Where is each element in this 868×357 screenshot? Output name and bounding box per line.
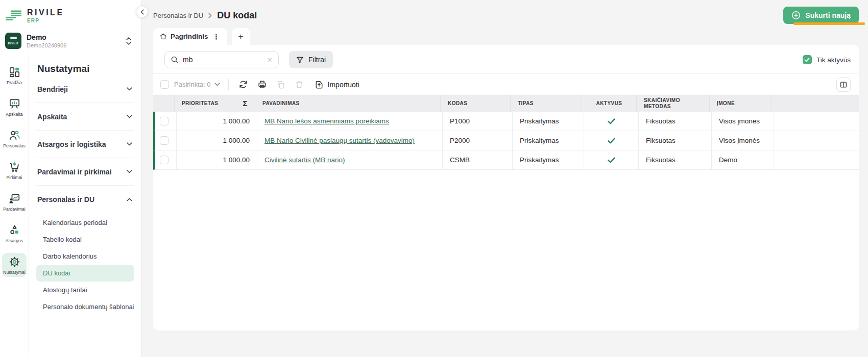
funnel-icon (296, 56, 304, 64)
tab-pagrindinis[interactable]: Pagrindinis ⋮ (153, 28, 227, 45)
create-new-button[interactable]: Sukurti naują (783, 7, 859, 24)
active-only-toggle[interactable]: Tik aktyvūs (803, 55, 851, 64)
table-row[interactable]: 1 000.00 MB Nario Civilinė paslaugų suta… (153, 131, 859, 150)
header-imone[interactable]: ĮMONĖ (710, 95, 772, 112)
selected-dropdown-icon[interactable] (214, 83, 220, 86)
cell-kodas: P1000 (443, 112, 513, 131)
cell-empty (774, 150, 859, 169)
cell-prioritetas: 1 000.00 (177, 150, 257, 169)
select-all-checkbox[interactable] (160, 80, 169, 89)
row-link[interactable]: Civilinė sutartis (MB nario) (264, 156, 345, 164)
cell-kodas: P2000 (443, 131, 513, 150)
main-content: Personalas ir DU DU kodai Sukurti naują … (142, 0, 868, 357)
submenu-item-personalo-dokumentu-sablonai[interactable]: Personalo dokumentų šablonai (36, 298, 134, 315)
header-tipas[interactable]: TIPAS (511, 95, 582, 112)
cell-empty (774, 131, 859, 150)
add-tab-button[interactable]: + (232, 28, 250, 45)
rail-item-pardavimai[interactable]: Pardavimai (2, 190, 27, 214)
data-table: PRIORITETAS Σ PAVADINIMAS KODAS TIPAS AK… (153, 95, 859, 170)
company-avatar: RIVILE (5, 33, 21, 49)
menu-group-apskaita[interactable]: Apskaita (36, 103, 134, 131)
row-link[interactable]: MB Nario Civilinė paslaugų sutartis (vad… (264, 137, 415, 144)
clear-search-icon[interactable]: ✕ (267, 56, 273, 64)
list-controls: ✕ Filtrai Tik aktyvūs (153, 45, 859, 73)
import-button[interactable]: Importuoti (315, 80, 359, 89)
filter-button[interactable]: Filtrai (289, 51, 333, 68)
checkbox-checked-icon[interactable] (803, 55, 812, 64)
cell-aktyvus (584, 112, 639, 131)
tab-label: Pagrindinis (171, 33, 208, 40)
delete-button[interactable] (293, 79, 305, 91)
shapes-icon (8, 224, 21, 237)
header-aktyvus[interactable]: AKTYVUS (582, 95, 637, 112)
brand-name: RIVILE (27, 9, 64, 17)
row-link[interactable]: MB Nario lėšos asmeniniams poreikiams (264, 117, 389, 125)
menu-group-pardavimai-pirkimai[interactable]: Pardavimai ir pirkimai (36, 158, 134, 186)
active-check-icon (608, 157, 615, 163)
copy-button[interactable] (275, 79, 287, 91)
breadcrumb-parent[interactable]: Personalas ir DU (153, 12, 203, 19)
submenu-item-tabelio-kodai[interactable]: Tabelio kodai (36, 231, 134, 248)
chevron-down-icon (127, 142, 132, 146)
accounting-board-icon (8, 97, 21, 110)
refresh-button[interactable] (237, 78, 250, 91)
menu-group-personalas-du[interactable]: Personalas ir DU (36, 186, 134, 213)
row-checkbox[interactable] (160, 136, 168, 145)
sales-chart-icon (8, 192, 21, 205)
row-checkbox[interactable] (160, 117, 168, 125)
brand-logo[interactable]: RIVILE ERP (0, 0, 141, 29)
header-metodas[interactable]: SKAIČIAVIMO METODAS (637, 95, 710, 112)
printer-icon (257, 80, 267, 89)
sidebar-collapse-button[interactable] (136, 6, 148, 18)
rail-item-pirkimai[interactable]: Pirkimai (2, 158, 27, 182)
tab-options-icon[interactable]: ⋮ (212, 33, 221, 41)
cell-aktyvus (584, 131, 639, 150)
highlight-underline (793, 22, 865, 25)
print-button[interactable] (256, 78, 269, 91)
cell-tipas: Priskaitymas (513, 131, 584, 150)
active-check-icon (608, 138, 615, 144)
rail-item-atsargos[interactable]: Atsargos (2, 221, 27, 245)
rail-item-apskaita[interactable]: Apskaita (2, 95, 27, 119)
chevron-down-icon (127, 115, 132, 118)
company-selector[interactable]: RIVILE Demo Demo20240906 (0, 29, 141, 53)
table-row[interactable]: 1 000.00 MB Nario lėšos asmeniniams pore… (153, 112, 859, 131)
toolbar-divider (228, 79, 229, 90)
header-checkbox-cell (153, 95, 175, 112)
search-input[interactable] (183, 56, 263, 64)
chevron-right-icon (208, 13, 212, 18)
breadcrumb: Personalas ir DU DU kodai (153, 10, 257, 21)
table-row[interactable]: 1 000.00 Civilinė sutartis (MB nario) CS… (153, 150, 859, 170)
brand-product: ERP (27, 18, 64, 23)
view-tabs: Pagrindinis ⋮ + (153, 27, 859, 45)
rail-item-nustatymai[interactable]: Nustatymai (2, 253, 27, 277)
trash-icon (295, 80, 304, 89)
submenu-item-atostogu-tarifai[interactable]: Atostogų tarifai (36, 282, 134, 298)
row-checkbox[interactable] (160, 156, 168, 164)
header-prioritetas[interactable]: PRIORITETAS Σ (175, 95, 255, 112)
submenu-item-darbo-kalendorius[interactable]: Darbo kalendorius (36, 248, 134, 265)
submenu-item-du-kodai[interactable]: DU kodai (36, 265, 134, 282)
page-header: Personalas ir DU DU kodai Sukurti naują (153, 0, 859, 27)
menu-group-atsargos-logistika[interactable]: Atsargos ir logistika (36, 131, 134, 158)
rail-item-pradzia[interactable]: Pradžia (2, 63, 27, 87)
rail-label: Pirkimai (6, 175, 22, 180)
chevron-down-icon (127, 87, 132, 91)
home-icon (159, 33, 167, 40)
company-name: Demo (27, 33, 121, 41)
rail-item-personalas[interactable]: Personalas (2, 126, 27, 150)
company-switch-icon[interactable] (126, 37, 131, 45)
dashboard-icon (8, 66, 21, 79)
column-settings-button[interactable] (836, 78, 851, 92)
search-box[interactable]: ✕ (164, 51, 279, 68)
submenu-item-kalendoriaus-periodai[interactable]: Kalendoriaus periodai (36, 214, 134, 231)
sum-icon[interactable]: Σ (243, 99, 248, 108)
page-title: DU kodai (217, 10, 257, 21)
header-kodas[interactable]: KODAS (441, 95, 511, 112)
rivile-logo-icon (5, 10, 22, 21)
cell-aktyvus (584, 150, 639, 169)
header-pavadinimas[interactable]: PAVADINIMAS (255, 95, 441, 112)
menu-group-bendrieji[interactable]: Bendrieji (36, 75, 134, 103)
cell-metodas: Fiksuotas (639, 112, 712, 131)
submenu-personalas-du: Kalendoriaus periodai Tabelio kodai Darb… (36, 214, 134, 315)
